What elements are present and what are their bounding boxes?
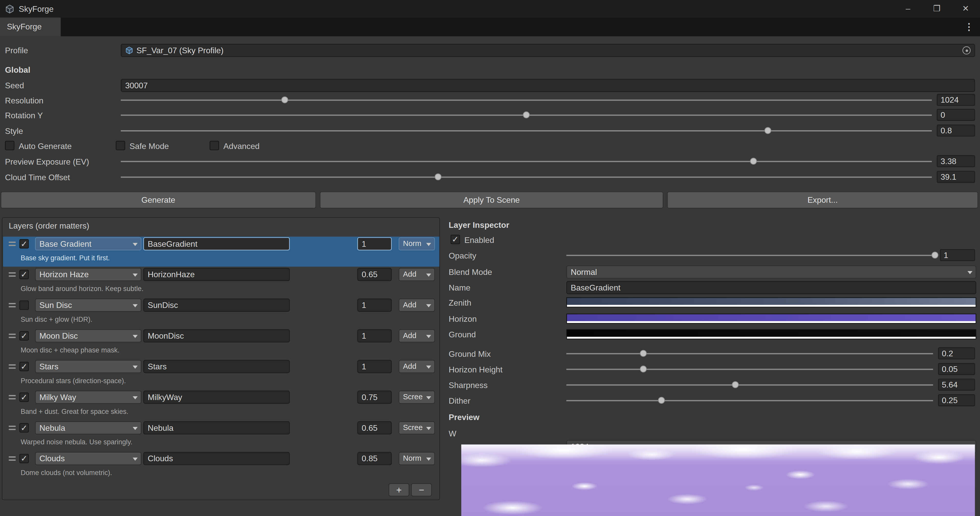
slider-handle[interactable] xyxy=(732,381,738,388)
layer-enabled-checkbox[interactable] xyxy=(19,454,29,463)
slider-handle[interactable] xyxy=(659,397,665,404)
preview-exposure-slider[interactable] xyxy=(121,156,932,166)
resolution-slider[interactable] xyxy=(121,95,932,105)
layer-type-dropdown[interactable]: Clouds xyxy=(35,452,142,465)
enabled-checkbox[interactable] xyxy=(450,235,460,244)
layer-opacity-field[interactable]: 1 xyxy=(357,237,392,250)
layer-name-field[interactable]: HorizonHaze xyxy=(143,268,290,281)
layer-row-milky-way[interactable]: Milky Way MilkyWay 0.75 Scree Band + dus… xyxy=(3,390,439,420)
layer-name-field[interactable]: BaseGradient xyxy=(143,237,290,250)
close-button[interactable]: ✕ xyxy=(951,0,980,18)
layer-row-horizon-haze[interactable]: Horizon Haze HorizonHaze 0.65 Add Glow b… xyxy=(3,267,439,297)
seed-field[interactable]: 30007 xyxy=(121,79,975,92)
rotation-y-slider[interactable] xyxy=(121,110,932,120)
object-picker-icon[interactable] xyxy=(963,46,970,54)
layer-enabled-checkbox[interactable] xyxy=(19,239,29,248)
layer-enabled-checkbox[interactable] xyxy=(19,392,29,402)
layer-type-dropdown[interactable]: Stars xyxy=(35,360,142,373)
ground-mix-slider[interactable] xyxy=(566,349,933,358)
layer-blend-dropdown[interactable]: Add xyxy=(399,299,435,312)
opacity-slider[interactable] xyxy=(566,250,935,260)
layer-row-moon-disc[interactable]: Moon Disc MoonDisc 1 Add Moon disc + che… xyxy=(3,329,439,358)
layer-opacity-field[interactable]: 0.85 xyxy=(357,452,392,465)
layer-name-field[interactable]: SunDisc xyxy=(143,299,290,312)
horizon-gradient-field[interactable] xyxy=(566,314,976,323)
layer-name-field[interactable]: MilkyWay xyxy=(143,390,290,404)
drag-handle-icon[interactable] xyxy=(9,334,16,338)
dither-slider[interactable] xyxy=(566,396,933,406)
slider-handle[interactable] xyxy=(434,173,441,180)
advanced-checkbox[interactable] xyxy=(210,141,219,150)
layer-blend-dropdown[interactable]: Scree xyxy=(399,421,435,434)
slider-handle[interactable] xyxy=(640,350,647,357)
layer-opacity-field[interactable]: 1 xyxy=(357,329,392,342)
layer-blend-dropdown[interactable]: Norm xyxy=(399,237,435,250)
layer-blend-dropdown[interactable]: Add xyxy=(399,360,435,373)
layer-enabled-checkbox[interactable] xyxy=(19,331,29,341)
profile-object-field[interactable]: SF_Var_07 (Sky Profile) xyxy=(121,44,975,57)
drag-handle-icon[interactable] xyxy=(9,242,16,246)
minimize-button[interactable]: – xyxy=(894,0,923,18)
zenith-gradient-field[interactable] xyxy=(566,298,976,307)
name-field[interactable]: BaseGradient xyxy=(566,281,976,294)
apply-to-scene-button[interactable]: Apply To Scene xyxy=(320,191,663,209)
sharpness-value[interactable]: 5.64 xyxy=(938,379,975,390)
style-value[interactable]: 0.8 xyxy=(937,125,975,137)
layer-row-nebula[interactable]: Nebula Nebula 0.65 Scree Warped noise ne… xyxy=(3,421,439,451)
resolution-value[interactable]: 1024 xyxy=(937,94,975,106)
layer-type-dropdown[interactable]: Horizon Haze xyxy=(35,268,142,281)
slider-handle[interactable] xyxy=(765,127,772,134)
layer-blend-dropdown[interactable]: Scree xyxy=(399,390,435,404)
slider-handle[interactable] xyxy=(281,97,288,104)
layer-name-field[interactable]: Nebula xyxy=(143,421,290,434)
drag-handle-icon[interactable] xyxy=(9,456,16,461)
horizon-height-value[interactable]: 0.05 xyxy=(938,363,975,375)
cloud-time-offset-value[interactable]: 39.1 xyxy=(937,171,975,183)
remove-layer-button[interactable]: − xyxy=(411,483,432,496)
add-layer-button[interactable]: + xyxy=(389,483,409,496)
layer-type-dropdown[interactable]: Base Gradient xyxy=(35,237,142,250)
layer-type-dropdown[interactable]: Milky Way xyxy=(35,390,142,404)
layer-type-dropdown[interactable]: Sun Disc xyxy=(35,299,142,312)
layer-enabled-checkbox[interactable] xyxy=(19,362,29,371)
layer-row-base-gradient[interactable]: Base Gradient BaseGradient 1 Norm Base s… xyxy=(3,237,439,266)
drag-handle-icon[interactable] xyxy=(9,364,16,369)
export-button[interactable]: Export... xyxy=(667,191,978,209)
ground-gradient-field[interactable] xyxy=(566,329,976,339)
layer-opacity-field[interactable]: 0.75 xyxy=(357,390,392,404)
drag-handle-icon[interactable] xyxy=(9,395,16,399)
horizon-height-slider[interactable] xyxy=(566,364,933,374)
layer-row-sun-disc[interactable]: Sun Disc SunDisc 1 Add Sun disc + glow (… xyxy=(3,298,439,328)
generate-button[interactable]: Generate xyxy=(0,191,316,209)
opacity-value[interactable]: 1 xyxy=(940,249,975,261)
blend-mode-dropdown[interactable]: Normal xyxy=(566,266,976,279)
layer-blend-dropdown[interactable]: Norm xyxy=(399,452,435,465)
cloud-time-offset-slider[interactable] xyxy=(121,172,932,182)
preview-exposure-value[interactable]: 3.38 xyxy=(937,155,975,167)
layer-type-dropdown[interactable]: Moon Disc xyxy=(35,329,142,342)
tab-skyforge[interactable]: SkyForge xyxy=(0,18,60,36)
safe-mode-checkbox[interactable] xyxy=(116,141,125,150)
layer-blend-dropdown[interactable]: Add xyxy=(399,329,435,342)
layer-opacity-field[interactable]: 0.65 xyxy=(357,268,392,281)
slider-handle[interactable] xyxy=(750,158,757,164)
layer-enabled-checkbox[interactable] xyxy=(19,301,29,310)
ground-mix-value[interactable]: 0.2 xyxy=(938,347,975,359)
drag-handle-icon[interactable] xyxy=(9,426,16,430)
style-slider[interactable] xyxy=(121,126,932,136)
slider-handle[interactable] xyxy=(931,252,938,258)
layer-name-field[interactable]: Stars xyxy=(143,360,290,373)
layer-name-field[interactable]: MoonDisc xyxy=(143,329,290,342)
drag-handle-icon[interactable] xyxy=(9,272,16,277)
drag-handle-icon[interactable] xyxy=(9,303,16,307)
kebab-menu-icon[interactable]: ⋮ xyxy=(964,18,974,36)
layer-name-field[interactable]: Clouds xyxy=(143,452,290,465)
slider-handle[interactable] xyxy=(640,366,647,373)
layer-opacity-field[interactable]: 0.65 xyxy=(357,421,392,434)
rotation-y-value[interactable]: 0 xyxy=(937,109,975,121)
maximize-button[interactable]: ❐ xyxy=(923,0,951,18)
layer-row-stars[interactable]: Stars Stars 1 Add Procedural stars (dire… xyxy=(3,359,439,389)
slider-handle[interactable] xyxy=(523,111,530,118)
auto-generate-checkbox[interactable] xyxy=(5,141,14,150)
dither-value[interactable]: 0.25 xyxy=(938,395,975,406)
